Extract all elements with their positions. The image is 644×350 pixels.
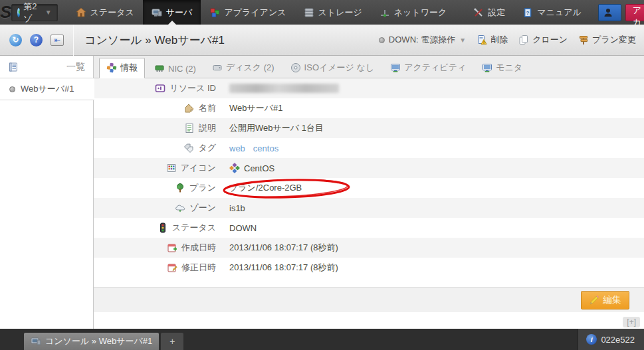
activity-monitor-icon <box>390 62 401 73</box>
nav-item-manual[interactable]: ? マニュアル <box>514 0 590 25</box>
nic-card-icon <box>154 63 165 74</box>
nav-item-storage[interactable]: ストレージ <box>295 0 371 25</box>
row-label: リソース ID <box>169 82 216 94</box>
delete-page-warning-icon: ! <box>477 35 487 45</box>
nav-item-status[interactable]: ステータス <box>67 0 143 25</box>
nav-item-network[interactable]: ネットワーク <box>371 0 456 25</box>
sidebar-header: 一覧 <box>0 56 93 78</box>
row-label: 作成日時 <box>181 242 216 254</box>
clone-button-label: クローン <box>532 34 568 46</box>
plan-tree-icon <box>175 183 185 193</box>
tab-bar: 情報 NIC (2) ディスク (2) ISOイメージ なし アクティビティ <box>94 56 644 78</box>
svg-text:?: ? <box>526 9 530 15</box>
row-value-plan: プラン/2Core-2GB <box>229 182 302 194</box>
footer-strip: 編集 <box>94 287 644 312</box>
created-calendar-icon <box>167 242 177 253</box>
table-row-description: 説明 公開用Webサーバ 1台目 <box>94 118 644 138</box>
modified-calendar-icon <box>167 262 177 273</box>
house-icon <box>76 7 86 18</box>
main-panel: 情報 NIC (2) ディスク (2) ISOイメージ なし アクティビティ <box>94 56 644 329</box>
power-operation-label: DOWN: 電源操作 <box>389 34 455 46</box>
sidebar-item-webserver[interactable]: Webサーバ#1 <box>0 78 94 100</box>
help-icon[interactable]: ? <box>30 34 43 46</box>
console-monitor-icon <box>31 336 41 347</box>
nav-item-label: ステータス <box>90 7 134 19</box>
row-value-status: DOWN <box>229 223 257 233</box>
tab-label: ディスク (2) <box>226 62 274 74</box>
nav-item-settings[interactable]: 設定 <box>465 0 514 25</box>
nav-item-label: マニュアル <box>537 7 582 19</box>
toolbar-left-icons: ↻ ? ⇤ <box>0 34 73 46</box>
nav-item-label: ストレージ <box>318 7 362 19</box>
bottom-tab-label: コンソール » Webサーバ#1 <box>45 335 152 347</box>
tag-link-web[interactable]: web <box>229 143 245 153</box>
edit-button-label: 編集 <box>603 294 621 306</box>
nav-item-server[interactable]: サーバ <box>143 0 201 25</box>
row-value-created: 2013/11/06 18:07:17 (8秒前) <box>229 242 338 254</box>
nav-item-label: ネットワーク <box>394 7 447 19</box>
tab-label: NIC (2) <box>168 64 196 74</box>
row-label: ステータス <box>172 222 216 234</box>
icon-grid-icon <box>166 163 177 173</box>
toolbar-actions: DOWN: 電源操作 ▼ ! 削除 クローン プラン変更 <box>379 34 644 46</box>
tab-label: 情報 <box>120 62 138 74</box>
pencil-icon <box>589 295 599 306</box>
tab-label: モニタ <box>496 62 522 74</box>
nav-item-appliance[interactable]: アプライアンス <box>201 0 294 25</box>
toolbar: ↻ ? ⇤ コンソール » Webサーバ#1 DOWN: 電源操作 ▼ ! 削除… <box>0 25 644 56</box>
zone-cloud-icon <box>175 203 185 213</box>
build-info[interactable]: i 022e522 <box>578 329 644 350</box>
tag-link-centos[interactable]: centos <box>253 143 278 153</box>
tab-iso-image[interactable]: ISOイメージ なし <box>284 58 381 78</box>
expand-toggle[interactable]: [+] <box>623 317 640 327</box>
tab-label: ISOイメージ なし <box>304 62 375 74</box>
nav-item-label: 設定 <box>488 7 505 19</box>
table-row-name: 名前 Webサーバ#1 <box>94 98 644 118</box>
table-row-status: ステータス DOWN <box>94 218 644 238</box>
tab-activity[interactable]: アクティビティ <box>383 58 473 78</box>
chevron-down-icon: ▼ <box>459 37 466 44</box>
plan-change-button[interactable]: プラン変更 <box>578 34 636 46</box>
clone-button[interactable]: クローン <box>518 34 568 46</box>
tags-icon <box>183 143 194 153</box>
svg-text:!: ! <box>483 41 484 44</box>
tab-disk[interactable]: ディスク (2) <box>205 58 281 78</box>
manual-book-icon: ? <box>522 7 533 18</box>
storage-stack-icon <box>304 7 314 18</box>
centos-icon <box>229 163 240 173</box>
table-row-plan: プラン プラン/2Core-2GB <box>94 178 644 198</box>
network-icon <box>379 7 390 18</box>
table-row-zone: ゾーン is1b <box>94 198 644 218</box>
delete-button-label: 削除 <box>490 34 508 46</box>
tab-nic[interactable]: NIC (2) <box>148 60 203 78</box>
account-button[interactable]: アカウント <box>625 4 644 21</box>
server-monitor-icon <box>152 7 162 18</box>
info-icon: i <box>586 334 597 345</box>
row-value-name: Webサーバ#1 <box>229 102 283 114</box>
row-label: 修正日時 <box>181 262 216 274</box>
status-traffic-light-icon <box>158 222 168 233</box>
refresh-icon[interactable]: ↻ <box>9 34 22 46</box>
row-label: タグ <box>198 142 216 154</box>
tab-info[interactable]: 情報 <box>99 58 145 78</box>
row-value-icon: CentOS <box>244 163 274 173</box>
server-status-dot-icon <box>9 86 15 92</box>
signpost-icon <box>578 35 589 45</box>
tools-icon <box>473 7 484 18</box>
table-row-tags: タグ web centos <box>94 138 644 158</box>
new-tab-button[interactable]: + <box>161 333 183 350</box>
tab-monitor[interactable]: モニタ <box>475 58 529 78</box>
table-row-created: 作成日時 2013/11/06 18:07:17 (8秒前) <box>94 238 644 258</box>
row-label: プラン <box>189 182 216 194</box>
bottom-tab-console[interactable]: コンソール » Webサーバ#1 <box>24 333 159 350</box>
edit-button[interactable]: 編集 <box>581 291 629 309</box>
build-id-label: 022e522 <box>601 335 635 345</box>
collapse-sidebar-icon[interactable]: ⇤ <box>51 35 64 46</box>
globe-icon <box>17 8 20 17</box>
zone-selector[interactable]: 石狩第2ゾーン ▼ <box>11 4 57 21</box>
account-name-box[interactable] <box>598 4 621 21</box>
delete-button[interactable]: ! 削除 <box>477 34 508 46</box>
power-operation-dropdown[interactable]: DOWN: 電源操作 ▼ <box>379 34 466 46</box>
user-icon <box>603 7 613 18</box>
name-tag-icon <box>184 103 195 114</box>
